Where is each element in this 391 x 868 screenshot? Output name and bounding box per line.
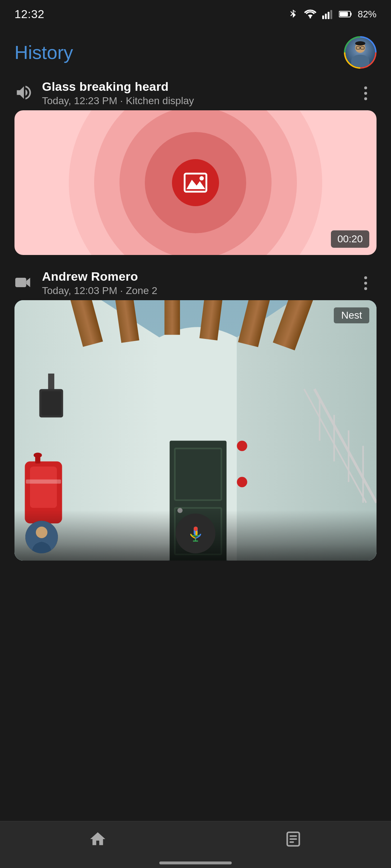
nest-badge: Nest <box>334 307 369 323</box>
svg-rect-5 <box>350 13 352 16</box>
svg-rect-35 <box>30 467 57 508</box>
camera-overlay <box>14 510 377 561</box>
camera-image: Nest <box>14 300 377 561</box>
nav-history[interactable] <box>257 825 329 858</box>
svg-point-43 <box>237 441 247 451</box>
svg-point-12 <box>355 41 365 46</box>
events-list: Glass breaking heard Today, 12:23 PM · K… <box>0 76 391 561</box>
svg-rect-31 <box>48 374 54 392</box>
event-sound-info: Glass breaking heard Today, 12:23 PM · K… <box>42 80 346 107</box>
mic-icon <box>186 524 206 544</box>
event-video-more-button[interactable] <box>355 272 377 294</box>
wifi-icon <box>304 9 316 19</box>
microphone-button[interactable] <box>176 514 215 553</box>
status-bar: 12:32 <box>0 0 391 25</box>
bluetooth-icon <box>288 8 298 20</box>
user-avatar-container[interactable] <box>344 36 377 69</box>
svg-marker-14 <box>186 180 205 189</box>
svg-rect-62 <box>290 841 294 843</box>
avatar-face <box>345 38 375 67</box>
event-duration-badge: 00:20 <box>331 230 369 248</box>
dot-3 <box>364 97 367 100</box>
event-sound-title: Glass breaking heard <box>42 80 346 94</box>
event-sound-more-button[interactable] <box>355 82 377 104</box>
event-sound: Glass breaking heard Today, 12:23 PM · K… <box>7 76 384 255</box>
battery-percentage: 82% <box>358 9 377 20</box>
bottom-navigation <box>0 821 391 868</box>
event-sound-meta: Today, 12:23 PM · Kitchen display <box>42 95 346 107</box>
speaker-icon <box>14 83 33 103</box>
sound-alert-card[interactable]: 00:20 <box>14 110 377 255</box>
camera-feed-card[interactable]: Nest <box>14 300 377 561</box>
status-icons: 82% <box>288 8 377 20</box>
svg-rect-6 <box>340 12 348 16</box>
svg-rect-1 <box>325 14 327 19</box>
sound-icon-center <box>172 159 219 206</box>
page-header: History <box>0 25 391 76</box>
dot-4 <box>364 276 367 279</box>
page-title: History <box>14 42 73 63</box>
svg-rect-16 <box>15 278 26 287</box>
svg-rect-38 <box>26 480 61 484</box>
video-camera-icon <box>14 273 33 293</box>
event-video: Andrew Romero Today, 12:03 PM · Zone 2 <box>7 266 384 561</box>
signal-icon <box>322 9 333 19</box>
dot-2 <box>364 92 367 95</box>
svg-point-53 <box>36 527 47 538</box>
svg-rect-55 <box>194 527 198 531</box>
event-video-info: Andrew Romero Today, 12:03 PM · Zone 2 <box>42 269 346 297</box>
event-video-meta: Today, 12:03 PM · Zone 2 <box>42 285 346 297</box>
status-time: 12:32 <box>14 8 45 21</box>
svg-point-15 <box>199 176 204 180</box>
dot-1 <box>364 86 367 89</box>
svg-rect-61 <box>290 838 297 840</box>
svg-rect-56 <box>196 531 198 535</box>
battery-icon <box>339 10 352 18</box>
camera-person-avatar <box>25 521 58 553</box>
svg-rect-60 <box>290 835 297 837</box>
svg-rect-0 <box>322 16 324 19</box>
event-video-header: Andrew Romero Today, 12:03 PM · Zone 2 <box>7 266 384 300</box>
camera-avatar-svg <box>25 521 58 553</box>
svg-rect-27 <box>164 300 180 335</box>
dot-6 <box>364 287 367 290</box>
history-list-icon <box>284 830 302 852</box>
svg-rect-3 <box>330 10 332 19</box>
dot-5 <box>364 282 367 285</box>
home-indicator <box>159 861 232 864</box>
nav-home[interactable] <box>62 825 134 858</box>
broken-image-icon <box>183 172 208 193</box>
svg-rect-2 <box>328 12 329 19</box>
home-icon <box>89 830 107 852</box>
svg-rect-33 <box>41 391 61 415</box>
avatar <box>345 38 375 67</box>
svg-point-44 <box>237 477 247 488</box>
event-sound-header: Glass breaking heard Today, 12:23 PM · K… <box>7 76 384 110</box>
event-video-title: Andrew Romero <box>42 269 346 284</box>
svg-point-37 <box>34 452 42 458</box>
